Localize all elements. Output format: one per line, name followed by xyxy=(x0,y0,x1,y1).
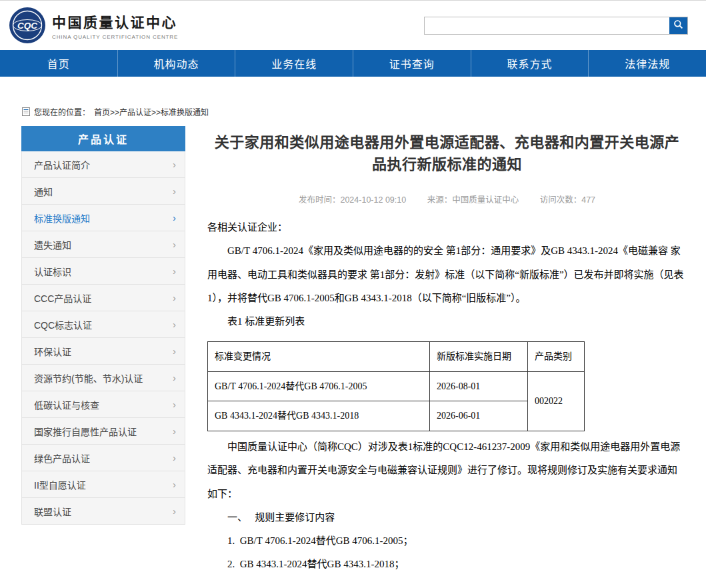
article-meta: 发布时间：2024-10-12 09:10 来源：中国质量认证中心 访问次数：4… xyxy=(207,193,687,205)
cell-date: 2026-06-01 xyxy=(430,401,528,431)
sidebar-item-label: CCC产品认证 xyxy=(34,291,91,305)
list-item: 1. GB/T 4706.1-2024替代GB 4706.1-2005； xyxy=(207,529,687,553)
publish-time-value: 2024-10-12 09:10 xyxy=(340,195,406,205)
breadcrumb-label: 您现在的位置： xyxy=(34,106,90,117)
list-item: 2. GB 4343.1-2024替代GB 4343.1-2018； xyxy=(207,553,687,576)
svg-text:CQC: CQC xyxy=(17,21,37,31)
visits-value: 477 xyxy=(581,195,595,205)
article-body: 各相关认证企业： GB/T 4706.1-2024《家用及类似用途电器的的安全 … xyxy=(207,216,687,577)
search-icon xyxy=(673,19,683,31)
chevron-right-icon: › xyxy=(173,266,176,276)
content-columns: 产品认证 产品认证简介› 通知› 标准换版通知› 遗失通知› 认证标识› CCC… xyxy=(0,126,706,577)
main-nav: 首页 机构动态 业务在线 证书查询 联系方式 法律法规 xyxy=(0,50,706,77)
chevron-right-icon: › xyxy=(173,159,176,169)
page-title: 关于家用和类似用途电器用外置电源适配器、充电器和内置开关电源产品执行新版标准的通… xyxy=(207,131,687,175)
cqc-logo-icon: CQC xyxy=(9,7,46,44)
chevron-right-icon: › xyxy=(173,399,176,409)
cell-change: GB 4343.1-2024替代GB 4343.1-2018 xyxy=(208,401,430,431)
sidebar-item-lost-notice[interactable]: 遗失通知› xyxy=(21,231,185,258)
sidebar: 产品认证 产品认证简介› 通知› 标准换版通知› 遗失通知› 认证标识› CCC… xyxy=(21,126,185,525)
source-label: 来源： xyxy=(427,195,453,205)
chevron-right-icon: › xyxy=(173,373,176,383)
site-title: 中国质量认证中心 xyxy=(52,11,178,31)
sidebar-item-type2-voluntary[interactable]: II型自愿认证› xyxy=(21,471,185,498)
col-header-category: 产品类别 xyxy=(528,342,585,372)
sidebar-item-intro[interactable]: 产品认证简介› xyxy=(21,151,185,178)
location-icon xyxy=(22,107,30,116)
sidebar-item-resource-saving[interactable]: 资源节约(节能、节水)认证› xyxy=(21,365,185,391)
chevron-right-icon: › xyxy=(173,506,176,516)
sidebar-item-cert-mark[interactable]: 认证标识› xyxy=(21,258,185,285)
sidebar-item-label: 低碳认证与核查 xyxy=(34,398,99,411)
top-header: CQC 中国质量认证中心 CHINA QUALITY CERTIFICATION… xyxy=(0,0,706,50)
breadcrumb-path[interactable]: 首页>>产品认证>>标准换版通知 xyxy=(94,106,209,117)
standards-update-table: 标准变更情况 新版标准实施日期 产品类别 GB/T 4706.1-2024替代G… xyxy=(207,341,585,431)
sidebar-item-label: 国家推行自愿性产品认证 xyxy=(34,425,137,438)
sidebar-item-label: 遗失通知 xyxy=(34,238,71,251)
sidebar-item-label: 环保认证 xyxy=(34,345,71,358)
sidebar-title: 产品认证 xyxy=(21,126,185,151)
sidebar-item-label: 绿色产品认证 xyxy=(34,451,90,465)
breadcrumb: 您现在的位置：首页>>产品认证>>标准换版通知 xyxy=(22,106,706,117)
sidebar-item-label: 通知 xyxy=(34,185,53,198)
nav-item-home[interactable]: 首页 xyxy=(0,50,117,77)
nav-item-news[interactable]: 机构动态 xyxy=(117,50,235,77)
sidebar-item-label: 标准换版通知 xyxy=(34,211,90,225)
sidebar-item-green-product[interactable]: 绿色产品认证› xyxy=(21,445,185,471)
table-header-row: 标准变更情况 新版标准实施日期 产品类别 xyxy=(208,342,585,372)
nav-item-contact[interactable]: 联系方式 xyxy=(471,50,589,77)
sidebar-item-label: II型自愿认证 xyxy=(34,478,86,491)
col-header-change: 标准变更情况 xyxy=(208,342,430,372)
table-caption: 表1 标准更新列表 xyxy=(207,310,687,333)
sidebar-item-label: 产品认证简介 xyxy=(34,158,90,171)
sidebar-item-low-carbon[interactable]: 低碳认证与核查› xyxy=(21,391,185,418)
article: 关于家用和类似用途电器用外置电源适配器、充电器和内置开关电源产品执行新版标准的通… xyxy=(207,126,687,577)
salutation: 各相关认证企业： xyxy=(207,216,687,239)
sidebar-item-standard-change-notice[interactable]: 标准换版通知› xyxy=(21,205,185,231)
intro-paragraph: GB/T 4706.1-2024《家用及类似用途电器的的安全 第1部分：通用要求… xyxy=(207,239,687,310)
chevron-right-icon: › xyxy=(173,293,176,303)
sidebar-item-label: 联盟认证 xyxy=(34,505,71,518)
sidebar-item-cqc-mark[interactable]: CQC标志认证› xyxy=(21,311,185,338)
sidebar-item-environment[interactable]: 环保认证› xyxy=(21,338,185,365)
nav-item-cert-query[interactable]: 证书查询 xyxy=(353,50,471,77)
section-heading: 一、 规则主要修订内容 xyxy=(207,506,687,529)
search-input[interactable] xyxy=(425,17,669,34)
search-button[interactable] xyxy=(669,17,687,34)
cell-change: GB/T 4706.1-2024替代GB 4706.1-2005 xyxy=(208,371,430,401)
col-header-date: 新版标准实施日期 xyxy=(430,342,528,372)
revision-paragraph: 中国质量认证中心（简称CQC）对涉及表1标准的CQC12-461237-2009… xyxy=(207,435,687,506)
visits-label: 访问次数： xyxy=(540,195,582,205)
sidebar-item-label: 认证标识 xyxy=(34,265,71,278)
chevron-right-icon: › xyxy=(173,213,176,223)
sidebar-item-label: CQC标志认证 xyxy=(34,318,92,331)
site-subtitle: CHINA QUALITY CERTIFICATION CENTRE xyxy=(52,34,178,40)
nav-item-online[interactable]: 业务在线 xyxy=(235,50,353,77)
cell-category: 002022 xyxy=(528,371,585,431)
chevron-right-icon: › xyxy=(173,479,176,489)
search-box xyxy=(424,17,688,35)
chevron-right-icon: › xyxy=(173,453,176,463)
publish-time-label: 发布时间： xyxy=(299,195,341,205)
site-logo[interactable]: CQC 中国质量认证中心 CHINA QUALITY CERTIFICATION… xyxy=(9,7,178,44)
table-row: GB/T 4706.1-2024替代GB 4706.1-2005 2026-08… xyxy=(208,371,585,401)
source-value: 中国质量认证中心 xyxy=(452,195,519,205)
sidebar-item-national-voluntary[interactable]: 国家推行自愿性产品认证› xyxy=(21,418,185,445)
chevron-right-icon: › xyxy=(173,346,176,356)
sidebar-item-label: 资源节约(节能、节水)认证 xyxy=(34,371,143,385)
cell-date: 2026-08-01 xyxy=(430,371,528,401)
sidebar-item-alliance[interactable]: 联盟认证› xyxy=(21,498,185,525)
chevron-right-icon: › xyxy=(173,426,176,436)
chevron-right-icon: › xyxy=(173,186,176,196)
sidebar-item-ccc[interactable]: CCC产品认证› xyxy=(21,285,185,311)
sidebar-item-notice[interactable]: 通知› xyxy=(21,178,185,205)
chevron-right-icon: › xyxy=(173,319,176,329)
chevron-right-icon: › xyxy=(173,239,176,249)
nav-item-laws[interactable]: 法律法规 xyxy=(588,50,706,77)
